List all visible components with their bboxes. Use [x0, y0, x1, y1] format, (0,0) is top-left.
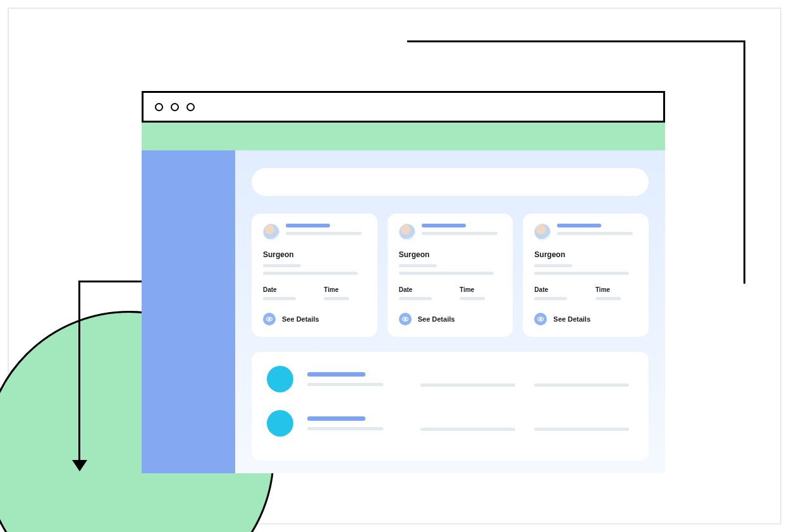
placeholder-line: [399, 272, 494, 275]
see-details-label: See Details: [418, 315, 455, 323]
svg-point-1: [269, 318, 271, 320]
doctor-card[interactable]: Surgeon Date Time: [388, 214, 513, 337]
window-control-icon[interactable]: [171, 103, 179, 111]
placeholder-line: [286, 232, 362, 235]
list-item[interactable]: [267, 366, 633, 392]
placeholder-line: [420, 428, 515, 431]
placeholder-line: [286, 224, 330, 227]
see-details-button[interactable]: See Details: [534, 313, 637, 325]
canvas-frame: Surgeon Date Time: [8, 8, 781, 524]
browser-titlebar: [142, 91, 665, 123]
see-details-button[interactable]: See Details: [263, 313, 366, 325]
window-control-icon[interactable]: [187, 103, 195, 111]
role-label: Surgeon: [263, 250, 366, 259]
search-input[interactable]: [252, 168, 649, 196]
eye-icon: [534, 313, 547, 325]
doctor-card[interactable]: Surgeon Date Time: [252, 214, 377, 337]
placeholder-line: [399, 297, 432, 300]
doctor-avatar: [263, 224, 279, 240]
placeholder-line: [596, 297, 621, 300]
arrow-down-icon: [72, 460, 87, 471]
cards-row: Surgeon Date Time: [252, 214, 649, 337]
placeholder-line: [307, 416, 365, 421]
placeholder-line: [399, 264, 437, 267]
browser-window: Surgeon Date Time: [142, 91, 665, 473]
time-label: Time: [596, 286, 637, 293]
see-details-label: See Details: [553, 315, 590, 323]
date-label: Date: [399, 286, 441, 293]
eye-icon: [399, 313, 412, 325]
doctor-avatar: [399, 224, 415, 240]
placeholder-line: [263, 264, 301, 267]
placeholder-line: [534, 297, 567, 300]
see-details-button[interactable]: See Details: [399, 313, 502, 325]
eye-icon: [263, 313, 276, 325]
placeholder-line: [324, 297, 349, 300]
role-label: Surgeon: [534, 250, 637, 259]
time-label: Time: [460, 286, 501, 293]
svg-point-5: [540, 318, 542, 320]
placeholder-line: [557, 232, 633, 235]
doctor-avatar: [534, 224, 551, 240]
placeholder-line: [307, 372, 365, 377]
placeholder-line: [534, 384, 629, 387]
list-panel: [252, 352, 649, 461]
date-label: Date: [263, 286, 305, 293]
date-label: Date: [534, 286, 576, 293]
svg-point-3: [404, 318, 406, 320]
placeholder-line: [422, 232, 498, 235]
placeholder-line: [420, 384, 515, 387]
placeholder-line: [534, 272, 629, 275]
app-body: Surgeon Date Time: [142, 150, 665, 473]
placeholder-line: [534, 428, 629, 431]
placeholder-line: [460, 297, 485, 300]
list-item[interactable]: [267, 410, 633, 437]
avatar: [267, 366, 293, 392]
avatar: [267, 410, 293, 437]
role-label: Surgeon: [399, 250, 502, 259]
window-control-icon[interactable]: [155, 103, 163, 111]
app-header: [142, 123, 665, 150]
placeholder-line: [263, 272, 358, 275]
time-label: Time: [324, 286, 365, 293]
placeholder-line: [422, 224, 466, 227]
placeholder-line: [307, 383, 383, 386]
sidebar: [142, 150, 235, 473]
main-content: Surgeon Date Time: [235, 150, 665, 473]
doctor-card[interactable]: Surgeon Date Time: [523, 214, 649, 337]
placeholder-line: [263, 297, 296, 300]
placeholder-line: [307, 427, 383, 430]
placeholder-line: [557, 224, 601, 227]
placeholder-line: [534, 264, 572, 267]
see-details-label: See Details: [282, 315, 319, 323]
